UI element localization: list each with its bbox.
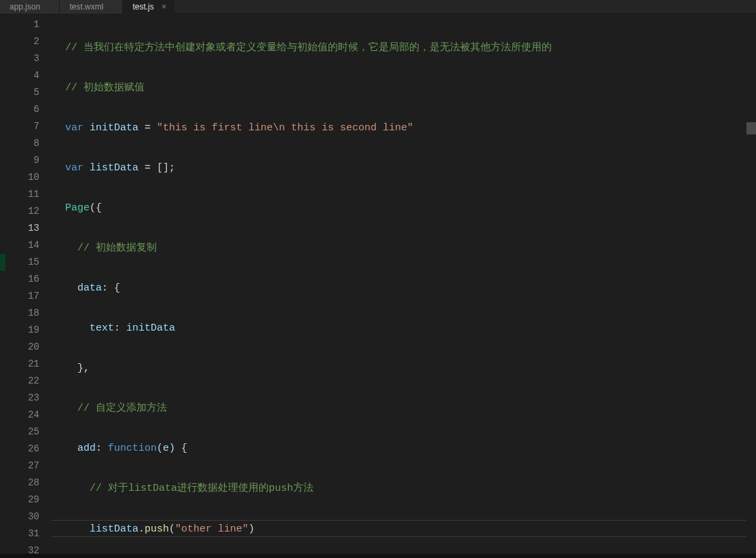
scroll-thumb[interactable]	[746, 122, 756, 134]
status-bar	[0, 554, 756, 558]
code-line: listData.push("other line")	[52, 520, 756, 537]
code-line: // 当我们在特定方法中创建对象或者定义变量给与初始值的时候，它是局部的，是无法…	[52, 39, 756, 56]
code-line: // 自定义添加方法	[52, 400, 756, 417]
scrollbar-overview[interactable]	[746, 14, 756, 554]
tab-app-json[interactable]: app.json	[0, 0, 60, 14]
code-editor[interactable]: 1 2 3 4 5 6 7 8 9 10 11 12 13 14 15 16 1…	[0, 14, 756, 554]
tab-bar: app.json test.wxml test.js ×	[0, 0, 756, 14]
line-numbers: 1 2 3 4 5 6 7 8 9 10 11 12 13 14 15 16 1…	[5, 14, 52, 554]
close-icon[interactable]: ×	[159, 2, 169, 12]
tab-label: test.js	[132, 2, 153, 12]
code-line: add: function(e) {	[52, 440, 756, 457]
tab-test-js[interactable]: test.js ×	[123, 0, 173, 14]
code-line: var initData = "this is first line\n thi…	[52, 119, 756, 136]
code-line: Page({	[52, 200, 756, 217]
code-line: // 对于listData进行数据处理使用的push方法	[52, 480, 756, 497]
code-content[interactable]: // 当我们在特定方法中创建对象或者定义变量给与初始值的时候，它是局部的，是无法…	[52, 14, 756, 554]
code-line: // 初始数据复制	[52, 240, 756, 257]
code-line: text: initData	[52, 320, 756, 337]
code-line: },	[52, 360, 756, 377]
code-line: // 初始数据赋值	[52, 79, 756, 96]
tab-label: app.json	[10, 2, 40, 12]
glyph-margin	[0, 14, 5, 554]
code-line: data: {	[52, 280, 756, 297]
code-line: var listData = [];	[52, 160, 756, 176]
tab-label: test.wxml	[69, 2, 103, 12]
tab-test-wxml[interactable]: test.wxml	[60, 0, 123, 14]
